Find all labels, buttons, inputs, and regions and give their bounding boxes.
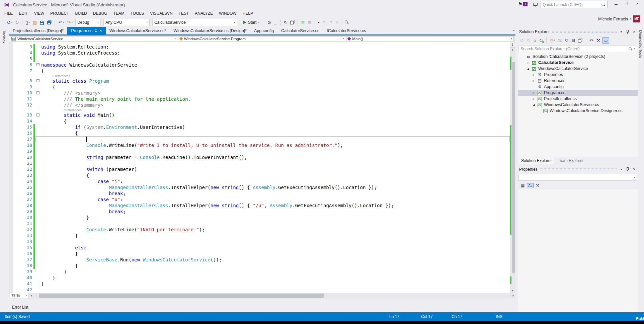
code-line[interactable]: 29 break;: [9, 209, 510, 215]
startup-projects-dropdown[interactable]: CalculatorService▾: [152, 19, 237, 26]
close-icon[interactable]: ×: [632, 167, 636, 172]
collapsed-arrow-icon[interactable]: ▷: [526, 61, 530, 64]
document-tab[interactable]: WindowsCalculatorService.cs [Design]*: [170, 27, 250, 34]
new-file-icon[interactable]: ▯▾: [24, 19, 31, 26]
notifications-button[interactable]: ⚑ 1: [518, 1, 530, 8]
code-line[interactable]: 28 ManagedInstallerClass.InstallHelper(n…: [9, 202, 510, 209]
split-handle-icon[interactable]: ⇕: [510, 42, 515, 48]
tree-item[interactable]: ◢C#WindowsCalculatorService: [518, 66, 638, 72]
collapsed-arrow-icon[interactable]: ▷: [532, 79, 536, 82]
tree-item[interactable]: ▷C#ProjectInstaller.cs: [518, 96, 638, 102]
categorized-icon[interactable]: ▦: [520, 183, 526, 188]
toolbar-grip[interactable]: [2, 20, 4, 25]
menu-item-window[interactable]: WINDOW: [216, 10, 240, 17]
menu-item-test[interactable]: TEST: [176, 10, 192, 17]
redo-icon[interactable]: ↷▾: [66, 19, 74, 26]
collapse-all-icon[interactable]: ⊟: [570, 37, 576, 43]
tree-item[interactable]: ▷▤References: [518, 78, 638, 84]
collapse-box-icon[interactable]: −: [36, 63, 39, 66]
solution-platforms-dropdown[interactable]: Any CPU▾: [103, 19, 150, 26]
quick-launch-input[interactable]: Quick Launch (Ctrl+Q): [541, 1, 608, 8]
preview-selected-items-icon[interactable]: ▭: [602, 37, 609, 44]
menu-item-debug[interactable]: DEBUG: [90, 10, 110, 17]
close-button[interactable]: ×: [633, 1, 642, 7]
menu-item-tools[interactable]: TOOLS: [128, 10, 147, 17]
code-line[interactable]: 3using System.Reflection;: [9, 44, 510, 50]
project-dropdown[interactable]: C# WindowsCalculatorService ▾: [10, 36, 177, 42]
scrollbar-thumb[interactable]: [512, 62, 515, 273]
code-line[interactable]: 19: [9, 148, 510, 154]
view-code-icon[interactable]: <>: [588, 38, 594, 43]
tree-item[interactable]: ◢C#WindowsCalculatorService.cs: [518, 102, 638, 108]
code-line[interactable]: 25 ManagedInstallerClass.InstallHelper(n…: [9, 184, 510, 190]
add-item-icon[interactable]: ▨: [31, 19, 38, 26]
editor-zoom-dropdown[interactable]: 78 % ▾: [10, 293, 28, 298]
solution-configurations-dropdown[interactable]: Debug▾: [75, 19, 101, 26]
code-line[interactable]: 36 {: [9, 251, 510, 257]
tool-window-tab-team-explorer[interactable]: Team Explorer: [555, 157, 586, 164]
code-line[interactable]: 5: [9, 56, 510, 62]
menu-item-analyze[interactable]: ANALYZE: [192, 10, 216, 17]
member-dropdown[interactable]: Main() ▾: [346, 36, 514, 42]
collapse-box-icon[interactable]: −: [36, 91, 39, 94]
close-icon[interactable]: ×: [632, 29, 636, 34]
chevron-down-icon[interactable]: ▾: [619, 168, 623, 171]
tool-window-tab-solution-explorer[interactable]: Solution Explorer: [518, 157, 554, 164]
clear-bookmarks-icon[interactable]: ×: [334, 19, 339, 26]
pin-icon[interactable]: [625, 167, 630, 172]
codelens-references[interactable]: 0 references: [53, 74, 70, 78]
chevron-down-icon[interactable]: ▾: [619, 30, 623, 33]
menu-item-visualsvn[interactable]: VISUALSVN: [147, 10, 175, 17]
refresh-icon[interactable]: ↻: [564, 37, 569, 43]
code-line[interactable]: 11 /// The main entry point for the appl…: [9, 96, 510, 102]
tree-item[interactable]: C#WindowsCalculatorService.Designer.cs: [518, 108, 638, 114]
collapse-box-icon[interactable]: −: [36, 113, 39, 116]
back-icon[interactable]: ↺: [519, 37, 525, 43]
properties-wrench-icon[interactable]: ⚒: [595, 37, 601, 43]
tree-item[interactable]: ▷⚒Properties: [518, 72, 638, 78]
scroll-down-icon[interactable]: ▼: [510, 289, 515, 292]
code-line[interactable]: 27 case "u":: [9, 196, 510, 202]
code-line[interactable]: 7{: [9, 68, 510, 74]
format-document-icon[interactable]: ≣: [300, 19, 306, 26]
pending-changes-filter-icon[interactable]: ◷▾: [549, 37, 556, 43]
code-line[interactable]: 33 }: [9, 233, 510, 239]
tree-item[interactable]: ∞Solution 'CalculatorService' (2 project…: [518, 54, 638, 60]
alphabetical-sort-icon[interactable]: A↓: [527, 183, 534, 188]
code-line[interactable]: 15 if (System.Environment.UserInteractiv…: [9, 124, 510, 130]
document-tab[interactable]: WindowsCalculatorService.cs*: [106, 27, 170, 34]
forward-icon[interactable]: ↻: [526, 37, 532, 43]
menu-item-project[interactable]: PROJECT: [47, 10, 72, 17]
previous-bookmark-icon[interactable]: ↰: [321, 19, 327, 26]
restore-button[interactable]: [622, 1, 631, 7]
property-pages-icon[interactable]: ⚒: [535, 183, 541, 188]
minimize-button[interactable]: [611, 1, 621, 7]
diagnostic-tools-tab[interactable]: Diagnostic Tools: [639, 30, 643, 58]
code-line[interactable]: 20 string parameter = Console.ReadLine()…: [9, 154, 510, 160]
code-line[interactable]: 24 case "i":: [9, 178, 510, 184]
home-icon[interactable]: ⌂: [533, 37, 537, 43]
type-dropdown[interactable]: WindowsCalculatorService.Program ▾: [178, 36, 346, 42]
code-line[interactable]: 22 switch (parameter): [9, 166, 510, 172]
code-line[interactable]: 30 }: [9, 215, 510, 221]
scroll-right-icon[interactable]: ▸: [512, 294, 514, 297]
horizontal-scrollbar[interactable]: 78 % ▾ ◂ ▸: [9, 293, 515, 299]
code-line[interactable]: 38 }: [9, 263, 510, 269]
bookmark-icon[interactable]: ▪: [317, 19, 321, 26]
code-line[interactable]: 39 }: [9, 269, 510, 275]
toolbox-tab[interactable]: Toolbox: [2, 30, 6, 44]
document-tab[interactable]: App.config: [250, 27, 277, 34]
code-line[interactable]: 8− static class Program: [9, 78, 510, 84]
collapse-box-icon[interactable]: −: [36, 79, 39, 82]
tree-item[interactable]: ▷C#CalculatorService: [518, 60, 638, 66]
code-line[interactable]: 4using System.ServiceProcess;: [9, 50, 510, 56]
code-line[interactable]: 37 ServiceBase.Run(new WindowsCalculator…: [9, 257, 510, 263]
collapsed-arrow-icon[interactable]: ▷: [532, 73, 536, 76]
show-all-files-icon[interactable]: [577, 38, 583, 43]
expanded-arrow-icon[interactable]: ◢: [526, 67, 530, 70]
pause-icon[interactable]: ‗: [273, 19, 278, 26]
code-line[interactable]: 16 {: [9, 130, 510, 136]
code-line[interactable]: 14 {: [9, 118, 510, 124]
sync-icon[interactable]: ↻: [538, 37, 544, 43]
code-line[interactable]: 35 else: [9, 245, 510, 251]
